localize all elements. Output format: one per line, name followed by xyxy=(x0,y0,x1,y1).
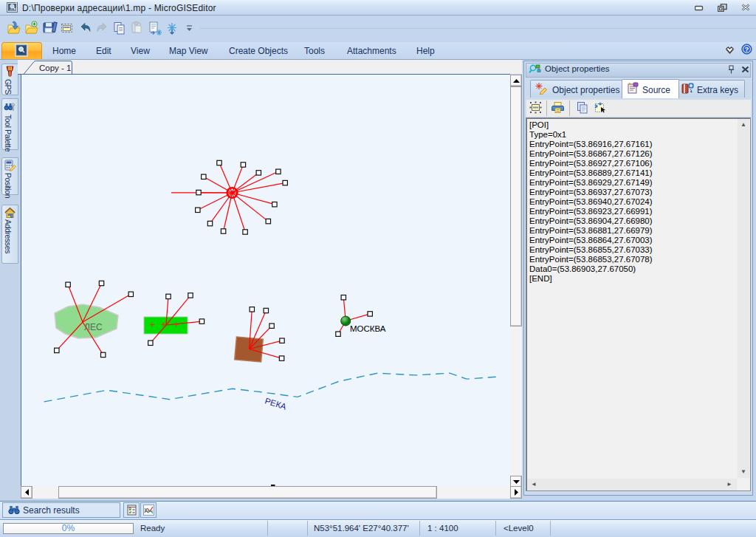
svg-text:ЛЕС: ЛЕС xyxy=(84,322,103,332)
svg-text:МОСКВА: МОСКВА xyxy=(350,324,386,333)
svg-text:?: ? xyxy=(745,45,749,53)
svg-text:РЕКА: РЕКА xyxy=(264,396,287,411)
